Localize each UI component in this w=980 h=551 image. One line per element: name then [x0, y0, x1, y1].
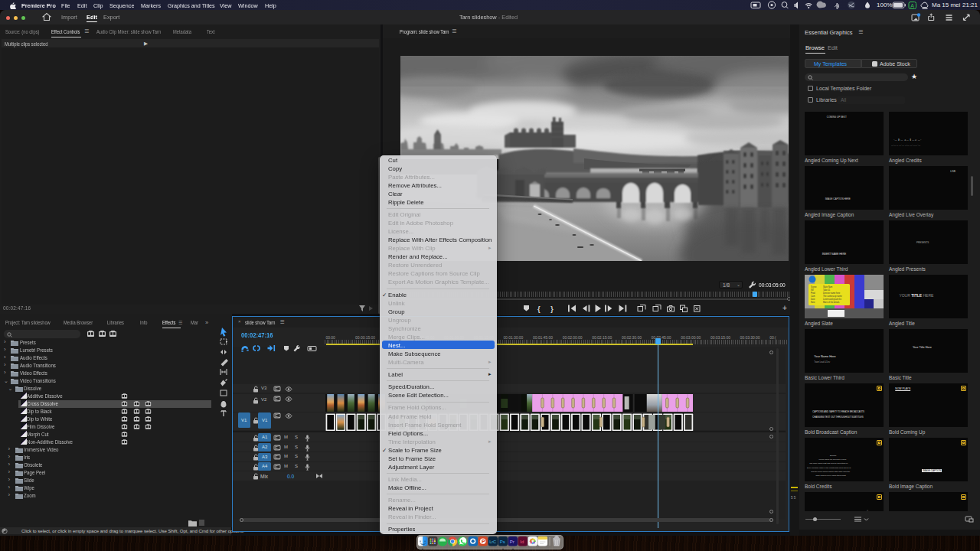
svg-text:LrC: LrC: [489, 540, 496, 544]
svg-text:INT: INT: [811, 289, 815, 292]
svg-text:Lorem and ipsum list: Lorem and ipsum list: [823, 298, 841, 301]
svg-text:Prod: Prod: [811, 292, 815, 295]
svg-text:100%: 100%: [877, 2, 892, 8]
svg-text:Date: Date: [811, 298, 815, 301]
svg-text:}: }: [550, 305, 554, 313]
svg-text:Scene: Scene: [811, 285, 817, 289]
svg-text:Note: Note: [811, 301, 815, 304]
svg-text:Take 01: Take 01: [823, 289, 831, 292]
svg-text:21:21: 21:21: [962, 2, 978, 8]
svg-text:Slate Num: Slate Num: [823, 285, 832, 289]
svg-text:Cam: Cam: [811, 295, 815, 298]
svg-text:The camera op name: The camera op name: [823, 295, 842, 298]
svg-text:A: A: [910, 3, 914, 8]
svg-text:Ps: Ps: [500, 540, 505, 544]
svg-text:Pr: Pr: [510, 540, 514, 544]
svg-text:Id: Id: [520, 540, 524, 544]
svg-text:P: P: [482, 539, 485, 544]
svg-text:Ma 15 mei: Ma 15 mei: [932, 2, 961, 8]
svg-text:Director name here: Director name here: [823, 292, 841, 295]
svg-text:{: {: [537, 305, 541, 313]
svg-text:More of the details: More of the details: [823, 301, 840, 304]
